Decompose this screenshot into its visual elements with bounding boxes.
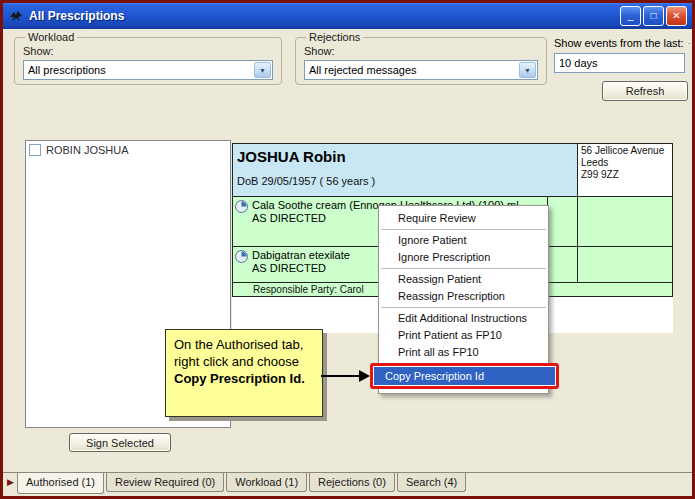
refresh-button[interactable]: Refresh [602, 81, 688, 101]
menu-item-print-all-as-fp10[interactable]: Print all as FP10 [379, 344, 548, 361]
events-filter: Show events from the last: 10 days [554, 37, 690, 73]
address-line: Z99 9ZZ [581, 169, 669, 181]
menu-item-ignore-prescription[interactable]: Ignore Prescription [379, 249, 548, 266]
events-days-value: 10 days [559, 57, 598, 69]
rejections-show-label: Show: [304, 45, 538, 57]
events-label: Show events from the last: [554, 37, 684, 49]
patient-checkbox[interactable] [29, 144, 41, 156]
address-line: Leeds [581, 157, 669, 169]
menu-item-require-review[interactable]: Require Review [379, 210, 548, 227]
prescription-cell [577, 197, 672, 246]
tab-bar: ▶ Authorised (1) Review Required (0) Wor… [3, 472, 692, 496]
tab-rejections[interactable]: Rejections (0) [309, 473, 395, 492]
rejections-group-label: Rejections [306, 31, 363, 43]
menu-item-reassign-prescription[interactable]: Reassign Prescription [379, 288, 548, 305]
callout-bold-text: Copy Prescription Id. [174, 371, 305, 386]
patient-list-item[interactable]: ROBIN JOSHUA [29, 144, 227, 156]
maximize-button[interactable]: □ [643, 6, 664, 26]
highlight-box: Copy Prescription Id [370, 363, 559, 389]
chevron-down-icon[interactable]: ▼ [519, 62, 536, 78]
window-title: All Prescriptions [29, 9, 124, 23]
rejections-groupbox: Rejections Show: All rejected messages ▼ [295, 31, 547, 85]
callout-arrow [321, 368, 371, 384]
workload-groupbox: Workload Show: All prescriptions ▼ [14, 31, 282, 85]
chevron-down-icon[interactable]: ▼ [254, 62, 271, 78]
workload-show-select[interactable]: All prescriptions ▼ [23, 60, 273, 80]
titlebar: All Prescriptions _ □ ✕ [3, 3, 692, 29]
patient-header-row: JOSHUA Robin DoB 29/05/1957 ( 56 years )… [233, 144, 672, 196]
close-button[interactable]: ✕ [666, 6, 687, 26]
patient-name: JOSHUA Robin [237, 148, 573, 165]
tab-scroll-marker-icon[interactable]: ▶ [7, 477, 14, 487]
events-rule [688, 43, 690, 44]
prescription-cell [547, 197, 577, 246]
prescription-cell [547, 247, 577, 282]
context-menu: Require Review Ignore Patient Ignore Pre… [378, 205, 549, 394]
workload-group-label: Workload [25, 31, 77, 43]
window: All Prescriptions _ □ ✕ Workload Show: A… [0, 0, 695, 499]
rejections-show-select[interactable]: All rejected messages ▼ [304, 60, 538, 80]
window-controls: _ □ ✕ [620, 6, 687, 26]
patient-header: JOSHUA Robin DoB 29/05/1957 ( 56 years ) [233, 144, 577, 196]
prescription-cell [577, 247, 672, 282]
workload-show-label: Show: [23, 45, 273, 57]
menu-separator [381, 229, 546, 230]
patient-checkbox-label: ROBIN JOSHUA [46, 144, 129, 156]
prescription-status-icon [235, 249, 252, 280]
events-days-input[interactable]: 10 days [554, 53, 685, 73]
prescription-status-icon [235, 199, 252, 244]
menu-separator [381, 268, 546, 269]
app-icon [8, 8, 24, 24]
menu-item-copy-prescription-id[interactable]: Copy Prescription Id [374, 367, 555, 385]
tab-authorised[interactable]: Authorised (1) [17, 473, 104, 494]
tab-review-required[interactable]: Review Required (0) [106, 473, 224, 492]
tab-workload[interactable]: Workload (1) [226, 473, 307, 492]
patient-dob: DoB 29/05/1957 ( 56 years ) [237, 175, 573, 187]
menu-item-reassign-patient[interactable]: Reassign Patient [379, 271, 548, 288]
callout-text: On the Authorised tab, right click and c… [174, 337, 303, 369]
menu-separator [381, 307, 546, 308]
instruction-callout: On the Authorised tab, right click and c… [165, 329, 323, 417]
menu-item-ignore-patient[interactable]: Ignore Patient [379, 232, 548, 249]
address-line: 56 Jellicoe Avenue [581, 145, 669, 157]
menu-item-print-patient-as-fp10[interactable]: Print Patient as FP10 [379, 327, 548, 344]
tab-search[interactable]: Search (4) [397, 473, 466, 492]
menu-item-edit-additional-instructions[interactable]: Edit Additional Instructions [379, 310, 548, 327]
workload-show-value: All prescriptions [28, 64, 106, 76]
patient-address: 56 Jellicoe Avenue Leeds Z99 9ZZ [577, 144, 672, 196]
client-area: Workload Show: All prescriptions ▼ Rejec… [3, 29, 692, 496]
minimize-button[interactable]: _ [620, 6, 641, 26]
sign-selected-button[interactable]: Sign Selected [69, 433, 171, 452]
rejections-show-value: All rejected messages [309, 64, 417, 76]
